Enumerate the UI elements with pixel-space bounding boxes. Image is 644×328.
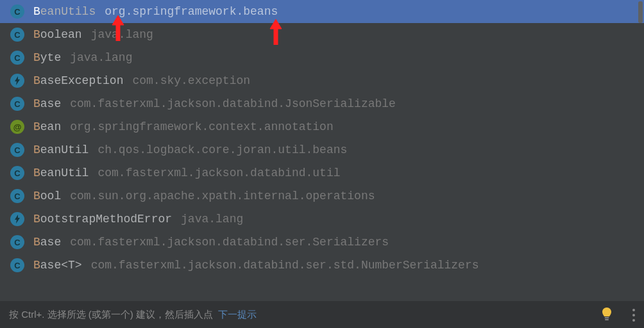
class-icon: C: [10, 143, 24, 157]
suggestion-row[interactable]: CBytejava.lang: [0, 46, 644, 69]
package-name: org.springframework.beans: [105, 5, 278, 18]
package-name: com.fasterxml.jackson.databind.JsonSeria…: [70, 97, 396, 110]
suggestion-row[interactable]: CBeanUtilch.qos.logback.core.joran.util.…: [0, 138, 644, 161]
next-hint-link[interactable]: 下一提示: [218, 309, 257, 321]
suggestion-row[interactable]: CBoolcom.sun.org.apache.xpath.internal.o…: [0, 184, 644, 208]
class-name: Bean: [33, 120, 61, 133]
class-name: Base: [33, 236, 61, 249]
package-name: com.sun.org.apache.xpath.internal.operat…: [70, 190, 375, 202]
class-name: BeanUtil: [33, 167, 89, 179]
class-icon: C: [10, 258, 24, 272]
lightning-icon: [10, 212, 24, 226]
suggestion-row[interactable]: CBooleanjava.lang: [0, 23, 644, 46]
class-icon: C: [10, 235, 24, 249]
hint-text: 按 Ctrl+. 选择所选 (或第一个) 建议，然后插入点: [9, 309, 213, 321]
suggestion-row[interactable]: CBasecom.fasterxml.jackson.databind.Json…: [0, 92, 644, 115]
class-icon: C: [10, 97, 24, 111]
class-icon: C: [10, 28, 24, 42]
class-icon: C: [10, 166, 24, 180]
suggestion-row[interactable]: CBase<T>com.fasterxml.jackson.databind.s…: [0, 254, 644, 277]
class-name: BootstrapMethodError: [33, 213, 172, 226]
package-name: com.fasterxml.jackson.databind.ser.std.N…: [91, 259, 479, 272]
package-name: java.lang: [70, 51, 132, 64]
package-name: org.springframework.context.annotation: [70, 120, 333, 133]
package-name: ch.qos.logback.core.joran.util.beans: [97, 144, 347, 156]
suggestion-row[interactable]: CBeanUtilcom.fasterxml.jackson.databind.…: [0, 161, 644, 184]
light-bulb-icon[interactable]: [600, 307, 613, 322]
suggestion-row[interactable]: BootstrapMethodErrorjava.lang: [0, 208, 644, 231]
annotation-icon: @: [10, 120, 24, 134]
class-name: Base: [33, 97, 61, 110]
class-icon: C: [10, 189, 24, 203]
class-icon: C: [10, 51, 24, 65]
suggestion-row[interactable]: BaseExceptioncom.sky.exception: [0, 69, 644, 92]
svg-rect-1: [605, 319, 609, 320]
class-name: BaseException: [33, 74, 123, 87]
svg-rect-0: [605, 317, 609, 318]
package-name: java.lang: [91, 28, 153, 41]
suggestions-list: CBeanUtilsorg.springframework.beansCBool…: [0, 0, 644, 301]
package-name: java.lang: [181, 213, 243, 226]
class-name: Byte: [33, 51, 61, 64]
class-icon: C: [10, 4, 24, 19]
class-name: Bool: [33, 190, 61, 202]
class-name: Boolean: [33, 28, 82, 41]
class-name: BeanUtil: [33, 144, 89, 156]
hint-bar: 按 Ctrl+. 选择所选 (或第一个) 建议，然后插入点 下一提示: [0, 301, 644, 328]
class-name: BeanUtils: [33, 5, 96, 18]
class-name: Base<T>: [33, 259, 82, 272]
more-menu-icon[interactable]: [632, 309, 635, 322]
package-name: com.fasterxml.jackson.databind.util: [97, 167, 340, 179]
suggestion-row[interactable]: @Beanorg.springframework.context.annotat…: [0, 115, 644, 138]
package-name: com.fasterxml.jackson.databind.ser.Seria…: [70, 236, 389, 249]
package-name: com.sky.exception: [132, 74, 250, 87]
lightning-icon: [10, 74, 24, 88]
scrollbar[interactable]: [638, 1, 643, 23]
suggestion-row[interactable]: CBeanUtilsorg.springframework.beans: [0, 0, 644, 23]
suggestion-row[interactable]: CBasecom.fasterxml.jackson.databind.ser.…: [0, 231, 644, 254]
